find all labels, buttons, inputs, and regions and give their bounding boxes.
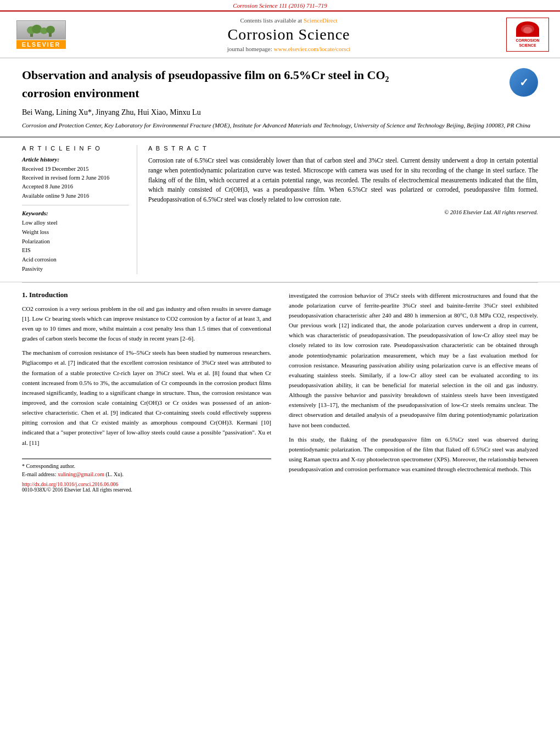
intro-para1: CO2 corrosion is a very serious problem … [22, 304, 271, 344]
accepted-date: Accepted 8 June 2016 [22, 182, 129, 191]
body-col-right: investigated the corrosion behavior of 3… [284, 291, 538, 493]
contents-label: Contents lists available at [240, 17, 302, 24]
crossmark-badge[interactable]: ✓ [509, 68, 538, 97]
abstract-text: Corrosion rate of 6.5%Cr steel was consi… [148, 156, 538, 205]
footnote-email: E-mail address: xulining@gmail.com (L. X… [22, 470, 271, 478]
intro-right-para1: investigated the corrosion behavior of 3… [289, 291, 538, 430]
keyword-5: Acid corrosion [22, 255, 129, 265]
article-info-abstract: A R T I C L E I N F O Article history: R… [0, 137, 560, 282]
email-person: (L. Xu). [106, 471, 124, 477]
keyword-6: Passivity [22, 265, 129, 274]
corrosion-journal-logo: CORROSION SCIENCE [506, 18, 549, 52]
footnote-corresponding: * Corresponding author. [22, 462, 271, 470]
section-number: 1. [22, 291, 27, 299]
doi-line[interactable]: http://dx.doi.org/10.1016/j.corsci.2016.… [22, 482, 271, 487]
authors-line: Bei Wang, Lining Xu*, Jinyang Zhu, Hui X… [22, 108, 538, 117]
revised-date: Received in revised form 2 June 2016 [22, 174, 129, 182]
history-title: Article history: [22, 156, 129, 163]
issn-line: 0010-938X/© 2016 Elsevier Ltd. All right… [22, 487, 271, 493]
article-title-wrapper: Observation and analysis of pseudopassiv… [22, 67, 538, 108]
article-history: Article history: Received 19 December 20… [22, 156, 129, 200]
info-divider [22, 205, 129, 205]
intro-para2: The mechanism of corrosion resistance of… [22, 348, 271, 447]
article-info-label: A R T I C L E I N F O [22, 145, 129, 152]
keywords-section: Keywords: Low alloy steel Weight loss Po… [22, 210, 129, 274]
title-text-block: Observation and analysis of pseudopassiv… [22, 67, 502, 108]
keyword-4: EIS [22, 246, 129, 255]
article-header: Observation and analysis of pseudopassiv… [0, 58, 560, 137]
section-title: Introduction [29, 291, 68, 299]
title-line2: corrosion environment [22, 86, 139, 100]
abstract-label: A B S T R A C T [148, 145, 538, 152]
received-date: Received 19 December 2015 [22, 165, 129, 174]
abstract-copyright: © 2016 Elsevier Ltd. All rights reserved… [148, 209, 538, 215]
email-label: E-mail address: [22, 471, 56, 477]
article-info-col: A R T I C L E I N F O Article history: R… [22, 145, 137, 274]
keywords-title: Keywords: [22, 210, 129, 216]
svg-point-4 [46, 26, 55, 34]
main-body: 1. Introduction CO2 corrosion is a very … [0, 283, 560, 500]
homepage-url[interactable]: www.elsevier.com/locate/corsci [274, 46, 351, 52]
elsevier-logo: ELSEVIER [11, 20, 71, 49]
journal-ref: Corrosion Science 111 (2016) 711–719 [233, 2, 327, 9]
journal-header: ELSEVIER Contents lists available at Sci… [0, 12, 560, 58]
keyword-3: Polarization [22, 237, 129, 247]
email-address[interactable]: xulining@gmail.com [58, 471, 104, 477]
available-date: Available online 9 June 2016 [22, 192, 129, 200]
svg-rect-5 [49, 33, 52, 37]
journal-center: Contents lists available at ScienceDirec… [71, 17, 506, 52]
article-title: Observation and analysis of pseudopassiv… [22, 67, 502, 102]
title-line1: Observation and analysis of pseudopassiv… [22, 68, 385, 82]
body-col-left: 1. Introduction CO2 corrosion is a very … [22, 291, 276, 493]
affiliation: Corrosion and Protection Center, Key Lab… [22, 121, 538, 130]
homepage-label: journal homepage: [227, 46, 272, 52]
flame-icon [519, 24, 536, 35]
co2-main: 2 [385, 75, 389, 83]
abstract-col: A B S T R A C T Corrosion rate of 6.5%Cr… [148, 145, 538, 274]
svg-point-7 [523, 27, 532, 34]
elsevier-tree-icon [25, 23, 58, 38]
footnote-section: * Corresponding author. E-mail address: … [22, 459, 271, 493]
intro-heading: 1. Introduction [22, 291, 271, 299]
corrosion-logo-icon [516, 21, 539, 37]
keyword-1: Low alloy steel [22, 219, 129, 228]
elsevier-wordmark: ELSEVIER [16, 40, 66, 49]
svg-point-2 [32, 25, 42, 34]
intro-right-para2: In this study, the flaking of the pseudo… [289, 434, 538, 475]
journal-title: Corrosion Science [71, 26, 506, 43]
keyword-2: Weight loss [22, 228, 129, 237]
sciencedirect-link[interactable]: ScienceDirect [304, 17, 338, 24]
journal-top-bar: Corrosion Science 111 (2016) 711–719 [0, 0, 560, 12]
corrosion-logo-text: CORROSION SCIENCE [509, 38, 546, 48]
